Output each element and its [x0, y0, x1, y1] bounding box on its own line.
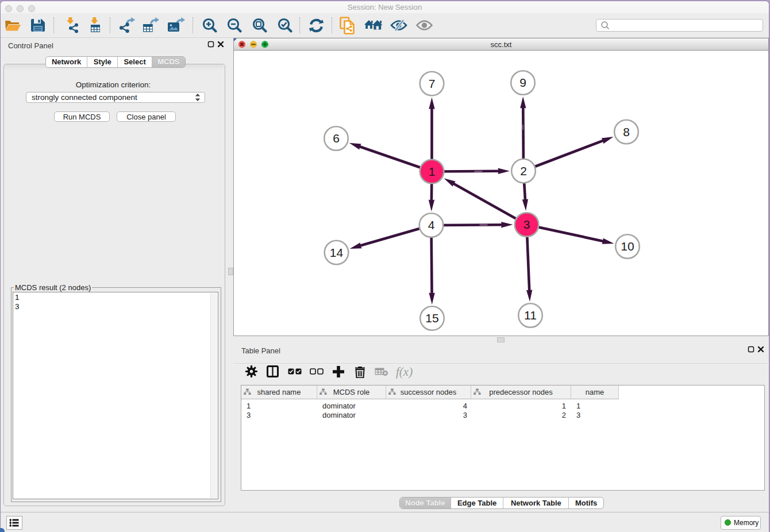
- svg-text:14: 14: [330, 246, 344, 259]
- svg-text:15: 15: [425, 311, 438, 325]
- svg-text:7: 7: [429, 77, 436, 90]
- svg-text:6: 6: [333, 132, 340, 145]
- svg-text:3: 3: [523, 218, 530, 231]
- svg-text:1: 1: [429, 165, 436, 178]
- svg-text:2: 2: [520, 164, 527, 178]
- svg-text:11: 11: [524, 309, 537, 322]
- svg-text:4: 4: [428, 218, 435, 232]
- svg-text:10: 10: [621, 240, 634, 253]
- svg-text:9: 9: [519, 76, 526, 89]
- svg-text:8: 8: [623, 125, 630, 138]
